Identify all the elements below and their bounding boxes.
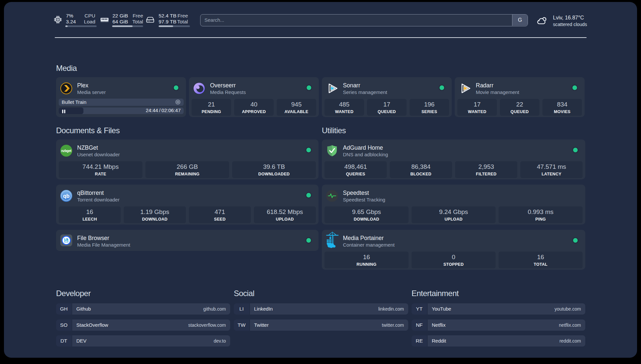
svg-text:nzbget: nzbget xyxy=(61,149,72,153)
svg-text:qb: qb xyxy=(63,193,70,199)
